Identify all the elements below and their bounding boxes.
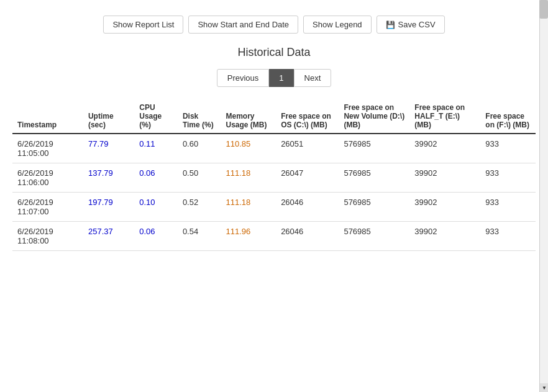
cell-freehalf: 39902 [409,222,480,251]
cell-memory: 110.85 [221,134,276,163]
cell-disk: 0.50 [178,163,221,193]
cell-freenew: 576985 [339,193,409,222]
col-header-freehalf: Free space on HALF_T (E:\) (MB) [409,99,480,134]
cell-disk: 0.54 [178,222,221,251]
page-1-button[interactable]: 1 [269,69,293,87]
cell-uptime: 137.79 [83,163,134,193]
page-title: Historical Data [12,46,536,59]
cell-timestamp: 6/26/2019 11:07:00 [12,193,83,222]
cell-freehalf: 39902 [409,193,480,222]
cell-cpu: 0.10 [134,193,178,222]
table-row: 6/26/2019 11:05:0077.790.110.60110.85260… [12,134,536,163]
cell-timestamp: 6/26/2019 11:06:00 [12,163,83,193]
cell-freef: 933 [480,222,536,251]
toolbar: Show Report List Show Start and End Date… [12,16,536,34]
scrollbar-thumb[interactable] [539,0,548,19]
cell-freeos: 26051 [276,134,339,163]
cell-timestamp: 6/26/2019 11:05:00 [12,134,83,163]
cell-cpu: 0.11 [134,134,178,163]
save-icon: 💾 [386,21,395,29]
col-header-timestamp: Timestamp [12,99,83,134]
col-header-disk: Disk Time (%) [178,99,221,134]
cell-cpu: 0.06 [134,222,178,251]
cell-freenew: 576985 [339,134,409,163]
cell-uptime: 257.37 [83,222,134,251]
cell-freehalf: 39902 [409,163,480,193]
scrollbar[interactable]: ▲ ▼ [539,0,548,392]
pagination: Previous 1 Next [12,69,536,87]
col-header-memory: Memory Usage (MB) [221,99,276,134]
show-start-end-date-button[interactable]: Show Start and End Date [188,16,298,34]
next-button[interactable]: Next [294,69,332,87]
cell-memory: 111.18 [221,193,276,222]
cell-memory: 111.96 [221,222,276,251]
cell-timestamp: 6/26/2019 11:08:00 [12,222,83,251]
previous-button[interactable]: Previous [217,69,270,87]
data-table: Timestamp Uptime (sec) CPU Usage (%) Dis… [12,99,536,251]
page-wrapper: Show Report List Show Start and End Date… [0,0,548,260]
cell-freehalf: 39902 [409,134,480,163]
cell-freeos: 26046 [276,193,339,222]
cell-memory: 111.18 [221,163,276,193]
col-header-freeos: Free space on OS (C:\) (MB) [276,99,339,134]
cell-cpu: 0.06 [134,163,178,193]
cell-freeos: 26047 [276,163,339,193]
cell-freef: 933 [480,163,536,193]
table-row: 6/26/2019 11:06:00137.790.060.50111.1826… [12,163,536,193]
table-header-row: Timestamp Uptime (sec) CPU Usage (%) Dis… [12,99,536,134]
cell-uptime: 77.79 [83,134,134,163]
show-report-list-button[interactable]: Show Report List [103,16,183,34]
cell-freef: 933 [480,134,536,163]
cell-freef: 933 [480,193,536,222]
cell-freenew: 576985 [339,222,409,251]
show-legend-button[interactable]: Show Legend [303,16,372,34]
table-row: 6/26/2019 11:08:00257.370.060.54111.9626… [12,222,536,251]
cell-freenew: 576985 [339,163,409,193]
col-header-uptime: Uptime (sec) [83,99,134,134]
col-header-cpu: CPU Usage (%) [134,99,178,134]
save-csv-button[interactable]: 💾 Save CSV [377,16,445,34]
col-header-freef: Free space on (F:\) (MB) [480,99,536,134]
scrollbar-down-arrow[interactable]: ▼ [540,383,548,392]
cell-disk: 0.52 [178,193,221,222]
col-header-freenew: Free space on New Volume (D:\) (MB) [339,99,409,134]
cell-disk: 0.60 [178,134,221,163]
table-row: 6/26/2019 11:07:00197.790.100.52111.1826… [12,193,536,222]
cell-freeos: 26046 [276,222,339,251]
cell-uptime: 197.79 [83,193,134,222]
